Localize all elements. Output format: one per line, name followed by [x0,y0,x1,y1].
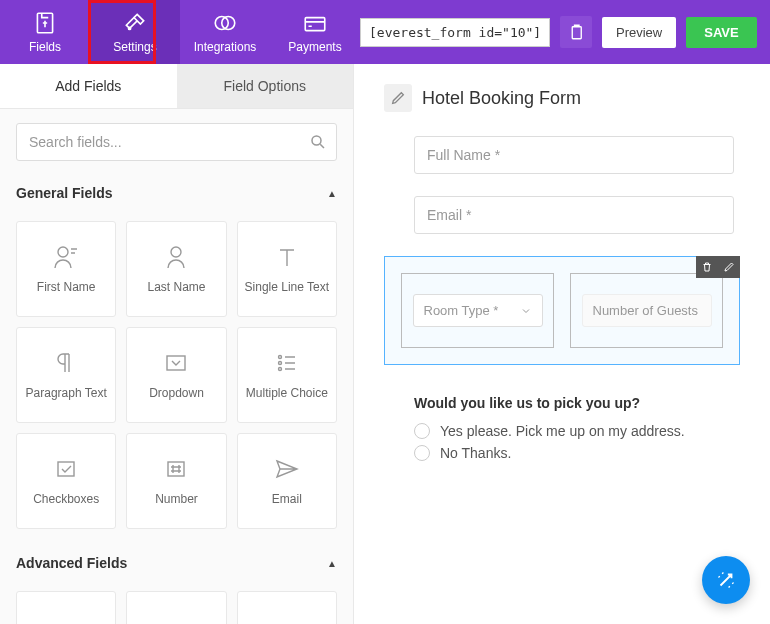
pickup-no-option[interactable]: No Thanks. [414,445,740,461]
field-first-name[interactable]: First Name [16,221,116,317]
nav-fields[interactable]: Fields [0,0,90,64]
fullname-input[interactable] [414,136,734,174]
clipboard-icon [567,23,585,41]
delete-row-button[interactable] [696,256,718,278]
form-title-row: Hotel Booking Form [384,84,740,112]
shortcode-input[interactable] [360,18,550,47]
hash-icon [161,456,191,482]
nav-payments[interactable]: Payments [270,0,360,64]
circles-icon [212,10,238,36]
card-icon [302,10,328,36]
save-button[interactable]: SAVE [686,17,756,48]
section-general-header[interactable]: General Fields ▲ [0,175,353,211]
svg-point-6 [312,136,321,145]
section-advanced-label: Advanced Fields [16,555,127,571]
svg-point-7 [58,247,68,257]
email-input[interactable] [414,196,734,234]
chevron-down-icon [520,305,532,317]
tab-field-options[interactable]: Field Options [177,64,354,109]
field-label: Email [272,492,302,506]
nav-settings-label: Settings [113,40,156,54]
field-label: Number [155,492,198,506]
checkbox-icon [51,456,81,482]
form-title[interactable]: Hotel Booking Form [422,88,581,109]
pickup-no-label: No Thanks. [440,445,511,461]
field-number[interactable]: Number [126,433,226,529]
top-toolbar: Fields Settings Integrations Payments Pr… [0,0,770,64]
sidebar: Add Fields Field Options General Fields … [0,64,354,624]
caret-up-icon: ▲ [327,558,337,569]
field-advanced-3[interactable] [237,591,337,624]
field-label: Last Name [147,280,205,294]
svg-rect-13 [58,462,74,476]
nav-integrations[interactable]: Integrations [180,0,270,64]
radio-icon [414,423,430,439]
selected-row[interactable]: Room Type * Number of Guests [384,256,740,365]
svg-rect-5 [572,27,581,39]
search-icon [309,133,327,151]
main-content: Add Fields Field Options General Fields … [0,64,770,624]
roomtype-dropdown[interactable]: Room Type * [413,294,543,327]
svg-point-12 [278,368,281,371]
search-container [0,109,353,175]
section-advanced-header[interactable]: Advanced Fields ▲ [0,545,353,581]
pickup-question-label: Would you like us to pick you up? [414,395,740,411]
sidebar-tabs: Add Fields Field Options [0,64,353,109]
caret-up-icon: ▲ [327,188,337,199]
trash-icon [701,261,713,273]
topnav: Fields Settings Integrations Payments [0,0,360,64]
pickup-yes-option[interactable]: Yes please. Pick me up on my address. [414,423,740,439]
person-icon [51,244,81,270]
svg-point-11 [278,362,281,365]
row-cell-roomtype[interactable]: Room Type * [401,273,554,348]
dropdown-icon [161,350,191,376]
fab-button[interactable] [702,556,750,604]
general-field-grid: First Name Last Name Single Line Text Pa… [0,211,353,545]
paragraph-icon [51,350,81,376]
field-last-name[interactable]: Last Name [126,221,226,317]
svg-rect-9 [167,356,185,370]
person-icon [161,244,191,270]
text-icon [272,244,302,270]
svg-point-10 [278,356,281,359]
send-icon [272,456,302,482]
field-dropdown[interactable]: Dropdown [126,327,226,423]
svg-rect-4 [305,18,325,31]
field-wrap-fullname [414,136,740,174]
svg-rect-14 [168,462,184,476]
row-controls [696,256,740,278]
field-paragraph[interactable]: Paragraph Text [16,327,116,423]
edit-row-button[interactable] [718,256,740,278]
wrench-icon [122,10,148,36]
tab-add-fields[interactable]: Add Fields [0,64,177,109]
field-email[interactable]: Email [237,433,337,529]
field-checkboxes[interactable]: Checkboxes [16,433,116,529]
svg-point-8 [171,247,181,257]
wand-icon [715,569,737,591]
row-cell-guests[interactable]: Number of Guests [570,273,723,348]
preview-button[interactable]: Preview [602,17,676,48]
copy-button[interactable] [560,16,592,48]
nav-settings[interactable]: Settings [90,0,180,64]
advanced-field-grid [0,581,353,624]
field-wrap-email [414,196,740,234]
pencil-icon[interactable] [384,84,412,112]
field-single-line[interactable]: Single Line Text [237,221,337,317]
nav-fields-label: Fields [29,40,61,54]
pickup-yes-label: Yes please. Pick me up on my address. [440,423,685,439]
field-multiple-choice[interactable]: Multiple Choice [237,327,337,423]
roomtype-label: Room Type * [424,303,499,318]
search-input[interactable] [16,123,337,161]
field-label: First Name [37,280,96,294]
field-advanced-1[interactable] [16,591,116,624]
field-advanced-2[interactable] [126,591,226,624]
nav-integrations-label: Integrations [194,40,257,54]
radio-icon [414,445,430,461]
section-general-label: General Fields [16,185,112,201]
field-label: Checkboxes [33,492,99,506]
form-preview: Hotel Booking Form Room Type * [354,64,770,624]
pencil-icon [723,261,735,273]
list-icon [272,350,302,376]
nav-payments-label: Payments [288,40,341,54]
guests-input[interactable]: Number of Guests [582,294,712,327]
